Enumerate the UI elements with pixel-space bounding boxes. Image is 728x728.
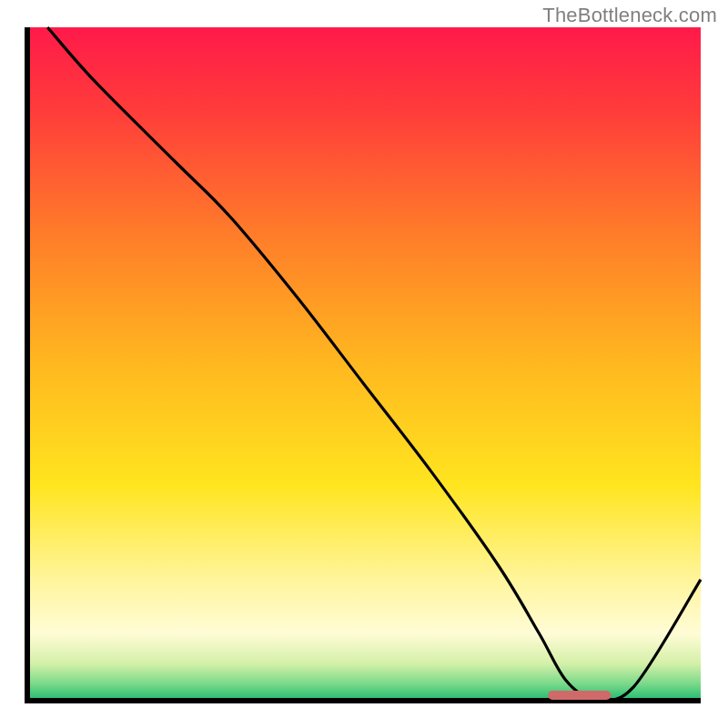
- bottleneck-chart: [0, 0, 728, 728]
- watermark-text: TheBottleneck.com: [542, 4, 717, 27]
- chart-container: TheBottleneck.com: [0, 0, 728, 728]
- plot-background: [27, 27, 701, 701]
